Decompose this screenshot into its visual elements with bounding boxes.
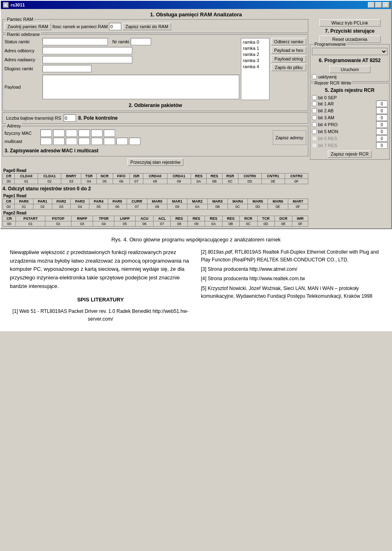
- multicast-3[interactable]: [66, 138, 77, 145]
- page0-h6: FIFO: [113, 174, 130, 179]
- multicast-4[interactable]: [78, 138, 90, 145]
- fizyczny-mac-2[interactable]: [53, 129, 65, 137]
- dlugosc-ramki-input[interactable]: [42, 65, 91, 72]
- ref-4-num: [4]: [201, 276, 206, 281]
- zwolnij-btn[interactable]: Zwolnij pamiec RAM: [4, 23, 51, 30]
- figure-caption: Rys. 4. Okno główne programu współpracuj…: [10, 236, 382, 244]
- wlacz-pclink-btn[interactable]: Wlacz tryb PCLink: [319, 19, 381, 27]
- ref-2: [2] 8019as.pdf, RTL8019AS Realtek Full-D…: [201, 248, 382, 264]
- ramka-4[interactable]: ramka 4: [242, 64, 268, 69]
- section4-title: 4. Odczyt stanu rejestrów stron 0 do 2: [2, 185, 308, 192]
- liczba-input[interactable]: [64, 114, 76, 122]
- bit7-row: bit 7 RES: [312, 142, 388, 149]
- ramka-3[interactable]: ramka 3: [242, 58, 268, 63]
- ramka-0[interactable]: ramka 0: [242, 39, 268, 45]
- titlebar-left: ■ rs3011: [3, 2, 25, 8]
- minimize-button[interactable]: −: [368, 2, 374, 8]
- page1-label: Page1 Read: [2, 193, 308, 199]
- fizyczny-mac-1[interactable]: [40, 129, 52, 137]
- bit0-checkbox[interactable]: [312, 95, 317, 100]
- multicast-7[interactable]: [116, 138, 128, 145]
- fizyczny-mac-6[interactable]: [104, 129, 115, 137]
- status-ramki-input[interactable]: [42, 38, 108, 45]
- bit4-input[interactable]: [376, 121, 388, 128]
- page0-v0: 00: [3, 179, 15, 184]
- payload-textarea[interactable]: [42, 75, 239, 99]
- ref-3-text: Strona producenta http://www.atmel.com/: [208, 266, 297, 272]
- fizyczny-mac-3[interactable]: [66, 129, 77, 137]
- zapisz-ram-btn[interactable]: Zapisz ramki do RAM: [122, 23, 171, 30]
- przeczytaj-btn[interactable]: Przeczytaj stan rejestrów: [127, 158, 183, 166]
- bit7-checkbox[interactable]: [312, 143, 317, 148]
- ramka-1[interactable]: ramka 1: [242, 45, 268, 51]
- page1-group: Page1 Read CR PAR0 PAR1 PAR2 PAR3 PAR4 P…: [2, 193, 308, 210]
- bit7-input[interactable]: [376, 142, 388, 149]
- bit2-checkbox[interactable]: [312, 108, 317, 113]
- multicast-8[interactable]: [129, 138, 140, 145]
- uaktywnij-checkbox[interactable]: [312, 74, 317, 79]
- p2v11: 0B: [222, 221, 239, 227]
- ilosc-input[interactable]: [109, 23, 121, 30]
- zapisz-rcr-btn[interactable]: Zapisz rejestr RCR: [328, 150, 372, 158]
- multicast-6[interactable]: [104, 138, 115, 145]
- rcr-group: Rejestr RCR Write 5. Zapis rejestru RCR …: [310, 83, 390, 160]
- page0-h0: CR: [3, 174, 15, 179]
- payload-string-btn[interactable]: Payload string: [271, 55, 306, 62]
- p2h8: RES: [171, 216, 188, 221]
- p2v1: 01: [16, 221, 45, 227]
- bit3-checkbox[interactable]: [312, 115, 317, 120]
- prog-select[interactable]: [312, 48, 388, 55]
- odbierz-ramke-btn[interactable]: Odbierz ramke: [271, 38, 306, 45]
- bit1-input[interactable]: [376, 100, 388, 107]
- section4-area: Page0 Read CR CLDA0 CLDA1 BNRY TSR NCR F…: [2, 168, 308, 227]
- payload-hex-btn[interactable]: Payload w hex: [271, 47, 306, 54]
- bit1-checkbox[interactable]: [312, 101, 317, 106]
- bit2-input[interactable]: [376, 107, 388, 114]
- multicast-5[interactable]: [91, 138, 102, 145]
- page0-h4: TSR: [81, 174, 96, 179]
- section8-title: 8. Pole kontrolne: [78, 114, 118, 122]
- zapis-pliku-btn[interactable]: Zapis do pliku: [271, 64, 306, 71]
- p1v3: 03: [52, 204, 71, 210]
- ref-5-num: [5]: [201, 286, 206, 291]
- p1v4: 04: [71, 204, 89, 210]
- p2v7: 07: [154, 221, 171, 227]
- page0-h8: CRDA0: [143, 174, 167, 179]
- bit6-input[interactable]: [376, 135, 388, 142]
- multicast-1[interactable]: [40, 138, 52, 145]
- bit5-input[interactable]: [376, 128, 388, 135]
- adres-nadawcy-input[interactable]: [42, 56, 132, 63]
- ref-1-num: [1]: [13, 308, 18, 314]
- close-button[interactable]: ×: [383, 2, 389, 8]
- bit0-label: bit 0 SEP: [318, 95, 388, 100]
- uruchom-btn[interactable]: Uruchom: [330, 66, 370, 73]
- ramka-2[interactable]: ramka 2: [242, 51, 268, 57]
- p2v3: 03: [71, 221, 93, 227]
- bit4-checkbox[interactable]: [312, 122, 317, 127]
- fizyczny-mac-4[interactable]: [78, 129, 90, 137]
- page0-h3: BNRY: [61, 174, 81, 179]
- zapisz-adresy-btn[interactable]: Zapisz adresy: [273, 130, 306, 145]
- page0-v1: 01: [15, 179, 38, 184]
- section6-title: 6. Programowanie AT 8252: [312, 57, 388, 64]
- p1v15: 0F: [288, 204, 308, 210]
- adres-odbiorcy-input[interactable]: [42, 47, 132, 54]
- bit5-checkbox[interactable]: [312, 129, 317, 134]
- page0-h12: RSR: [222, 174, 238, 179]
- page0-h9: CRDA1: [167, 174, 191, 179]
- fizyczny-mac-5[interactable]: [91, 129, 102, 137]
- bit0-row: bit 0 SEP: [312, 95, 388, 100]
- paragraph-text: Niewątpliwie większość z przedstawionych…: [10, 248, 191, 291]
- p1h13: MAR5: [248, 199, 268, 204]
- p2v8: 08: [171, 221, 188, 227]
- multicast-2[interactable]: [53, 138, 65, 145]
- bit6-row: bit 6 RES: [312, 135, 388, 142]
- bit6-checkbox[interactable]: [312, 136, 317, 141]
- nr-ramki-input[interactable]: [131, 38, 151, 45]
- spis-title: SPIS LITERATURY: [10, 296, 191, 304]
- restore-button[interactable]: □: [375, 2, 382, 8]
- bit3-input[interactable]: [376, 114, 388, 121]
- adresy-group: Adresy fizyczny MAC: [2, 126, 308, 156]
- fizyczny-mac-label: fizyczny MAC: [4, 131, 39, 136]
- p2h11: RES: [222, 216, 239, 221]
